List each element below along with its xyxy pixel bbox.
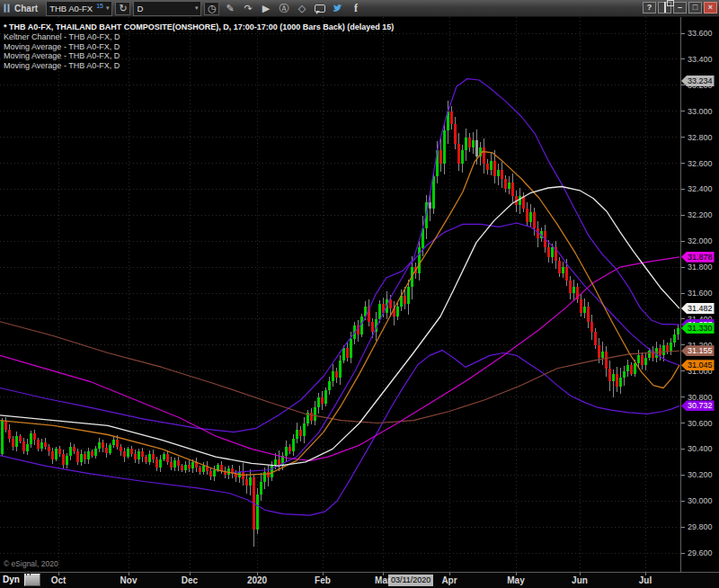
- candle-body: [637, 355, 640, 363]
- crosshair-date-badge: 03/11/2020: [388, 575, 433, 586]
- time-template-icon[interactable]: ◷: [204, 2, 219, 15]
- candle-body: [346, 348, 349, 359]
- candle-body: [4, 421, 7, 430]
- candle-body: [472, 140, 475, 148]
- candle-body: [598, 345, 600, 358]
- interval-combo[interactable]: D ▾: [133, 1, 201, 16]
- candle-body: [285, 447, 288, 456]
- candle-body: [587, 307, 590, 322]
- price-tick-label: 30.400: [681, 444, 713, 453]
- candle-body: [612, 374, 615, 382]
- redo-arrow-icon[interactable]: ↷: [240, 2, 255, 15]
- candle-body: [260, 482, 262, 494]
- replay-icon[interactable]: ▶: [258, 2, 273, 15]
- candle-body: [105, 448, 108, 453]
- candle-body: [98, 442, 101, 449]
- time-tick-label: May: [507, 575, 524, 585]
- ma-white-line: [0, 187, 679, 467]
- candle-body: [213, 470, 216, 477]
- candle-body: [396, 307, 399, 317]
- candle-body: [468, 138, 471, 148]
- candle-body: [439, 150, 442, 164]
- price-tick-label: 32.200: [681, 210, 713, 219]
- chart-plot-area[interactable]: [0, 17, 680, 572]
- last-price-badge: 31.330: [681, 323, 715, 334]
- orange-ma-badge: 31.045: [681, 360, 715, 370]
- time-tick-label: Jun: [572, 575, 588, 585]
- price-tick-label: 30.000: [681, 496, 713, 505]
- candle-body: [155, 459, 158, 468]
- time-tick-label: Oct: [51, 575, 67, 585]
- price-tick-label: 31.800: [681, 263, 713, 272]
- time-tick-label: Mar: [375, 575, 391, 585]
- candle-body: [152, 454, 155, 459]
- candle-body: [565, 267, 568, 281]
- chart-window: Chart THB A0-FX15 ▾ ↻ D ▾ ◷ ✎ ↷ ▶ Ⓐ ◇ f …: [0, 0, 719, 588]
- candle-body: [486, 164, 489, 170]
- candle-body: [601, 352, 604, 358]
- candle-body: [508, 183, 510, 189]
- candle-body: [84, 454, 86, 459]
- price-tick-label: 29.800: [681, 522, 713, 531]
- price-axis[interactable]: 33.60033.40033.20033.00032.80032.60032.4…: [680, 17, 719, 572]
- refresh-icon[interactable]: ↻: [115, 2, 130, 15]
- scale-lock-button[interactable]: [24, 574, 40, 586]
- crosshair-price-badge: 33.234: [681, 76, 715, 86]
- candle-body: [80, 454, 83, 462]
- candle-body: [181, 466, 183, 469]
- window-controls: ? – □ ×: [643, 2, 717, 13]
- eraser-icon[interactable]: ◇: [294, 2, 309, 15]
- time-axis[interactable]: Dyn 03/11/2020 OctNovDec2020FebMarAprMay…: [0, 572, 719, 588]
- magenta-ma-badge: 31.878: [681, 252, 715, 263]
- price-tick-label: 32.400: [681, 184, 713, 193]
- price-tick-label: 29.600: [681, 548, 713, 557]
- candle-body: [116, 440, 119, 446]
- candle-body: [590, 322, 593, 333]
- candle-body: [407, 287, 410, 304]
- candle-body: [76, 451, 79, 462]
- candle-body: [630, 365, 633, 374]
- minimize-button[interactable]: –: [673, 2, 687, 13]
- candle-body: [547, 247, 550, 256]
- candle-body: [537, 228, 539, 239]
- twitter-icon[interactable]: [330, 2, 345, 15]
- candle-body: [562, 267, 564, 273]
- candle-body: [199, 468, 201, 473]
- candle-body: [475, 140, 478, 157]
- dyn-scale-toggle[interactable]: Dyn: [3, 575, 20, 584]
- candle-body: [350, 339, 352, 359]
- candle-body: [37, 440, 40, 449]
- price-tick-label: 32.000: [681, 236, 713, 245]
- candle-body: [501, 170, 503, 179]
- time-tick-label: 2020: [247, 575, 267, 585]
- symbol-combo[interactable]: THB A0-FX15 ▾: [46, 1, 112, 16]
- keltner-lower-badge: 30.732: [681, 400, 715, 411]
- candle-body: [659, 348, 661, 356]
- maroon-ma-badge: 31.155: [681, 345, 715, 356]
- candle-body: [490, 161, 493, 170]
- candle-body: [662, 345, 665, 356]
- close-button[interactable]: ×: [704, 2, 717, 13]
- candle-body: [339, 361, 342, 378]
- candle-body: [58, 449, 61, 454]
- draw-pencil-icon[interactable]: ✎: [222, 2, 237, 15]
- chat-icon[interactable]: [312, 2, 327, 15]
- candle-body: [217, 465, 219, 470]
- time-tick-label: Apr: [441, 575, 457, 585]
- candle-body: [569, 281, 572, 293]
- white-ma-badge: 31.482: [681, 303, 715, 314]
- time-tick-label: Nov: [120, 575, 138, 585]
- candle-body: [626, 365, 629, 371]
- annotate-icon[interactable]: Ⓐ: [276, 2, 291, 15]
- help-button[interactable]: ?: [643, 2, 656, 13]
- candle-body: [296, 430, 298, 439]
- candle-body: [310, 413, 313, 421]
- restore-button[interactable]: [658, 2, 671, 13]
- candle-body: [1, 421, 4, 455]
- candle-body: [91, 451, 93, 455]
- price-tick-label: 30.800: [681, 393, 713, 402]
- candle-body: [256, 494, 259, 530]
- facebook-icon[interactable]: f: [348, 2, 363, 15]
- maximize-button[interactable]: □: [688, 2, 702, 13]
- price-tick-label: 33.400: [681, 55, 713, 64]
